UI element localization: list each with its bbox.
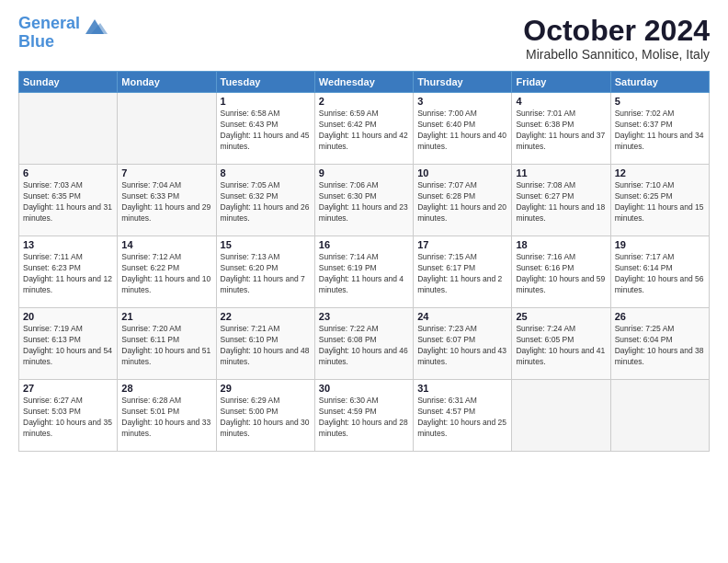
calendar-cell: 18Sunrise: 7:16 AM Sunset: 6:16 PM Dayli… [512, 236, 610, 308]
calendar-week-row: 20Sunrise: 7:19 AM Sunset: 6:13 PM Dayli… [19, 308, 710, 380]
day-number: 31 [417, 383, 507, 394]
day-number: 8 [221, 167, 311, 178]
calendar-cell: 20Sunrise: 7:19 AM Sunset: 6:13 PM Dayli… [19, 308, 118, 380]
day-number: 18 [516, 239, 606, 250]
day-number: 25 [516, 311, 606, 322]
day-number: 13 [23, 239, 113, 250]
calendar-week-row: 13Sunrise: 7:11 AM Sunset: 6:23 PM Dayli… [19, 236, 710, 308]
calendar-body: 1Sunrise: 6:58 AM Sunset: 6:43 PM Daylig… [19, 93, 710, 452]
day-number: 12 [615, 167, 705, 178]
calendar-cell: 3Sunrise: 7:00 AM Sunset: 6:40 PM Daylig… [414, 93, 512, 165]
day-info: Sunrise: 7:15 AM Sunset: 6:17 PM Dayligh… [417, 252, 507, 296]
month-title: October 2024 [523, 15, 710, 47]
calendar-cell: 2Sunrise: 6:59 AM Sunset: 6:42 PM Daylig… [314, 93, 413, 165]
calendar-cell: 31Sunrise: 6:31 AM Sunset: 4:57 PM Dayli… [414, 380, 512, 452]
day-number: 16 [319, 239, 409, 250]
day-info: Sunrise: 6:27 AM Sunset: 5:03 PM Dayligh… [23, 396, 113, 440]
calendar-cell: 19Sunrise: 7:17 AM Sunset: 6:14 PM Dayli… [610, 236, 709, 308]
day-number: 3 [417, 96, 507, 107]
day-number: 22 [221, 311, 311, 322]
calendar-cell: 23Sunrise: 7:22 AM Sunset: 6:08 PM Dayli… [314, 308, 413, 380]
day-number: 7 [121, 167, 211, 178]
calendar-cell [118, 93, 216, 165]
calendar-table: SundayMondayTuesdayWednesdayThursdayFrid… [18, 71, 710, 452]
day-info: Sunrise: 6:30 AM Sunset: 4:59 PM Dayligh… [319, 396, 409, 440]
day-info: Sunrise: 7:24 AM Sunset: 6:05 PM Dayligh… [516, 324, 606, 368]
day-number: 27 [23, 383, 113, 394]
calendar-header-sunday: Sunday [19, 72, 118, 93]
calendar-cell: 12Sunrise: 7:10 AM Sunset: 6:25 PM Dayli… [610, 165, 709, 236]
day-info: Sunrise: 6:58 AM Sunset: 6:43 PM Dayligh… [221, 109, 311, 153]
day-number: 9 [319, 167, 409, 178]
day-info: Sunrise: 7:23 AM Sunset: 6:07 PM Dayligh… [417, 324, 507, 368]
day-number: 17 [417, 239, 507, 250]
day-number: 21 [121, 311, 211, 322]
calendar-cell: 25Sunrise: 7:24 AM Sunset: 6:05 PM Dayli… [512, 308, 610, 380]
day-info: Sunrise: 7:13 AM Sunset: 6:20 PM Dayligh… [221, 252, 311, 296]
day-number: 11 [516, 167, 606, 178]
calendar-week-row: 1Sunrise: 6:58 AM Sunset: 6:43 PM Daylig… [19, 93, 710, 165]
day-info: Sunrise: 7:25 AM Sunset: 6:04 PM Dayligh… [615, 324, 705, 368]
day-info: Sunrise: 7:19 AM Sunset: 6:13 PM Dayligh… [23, 324, 113, 368]
day-number: 6 [23, 167, 113, 178]
day-number: 2 [319, 96, 409, 107]
day-info: Sunrise: 7:03 AM Sunset: 6:35 PM Dayligh… [23, 180, 113, 224]
day-number: 23 [319, 311, 409, 322]
calendar-header-row: SundayMondayTuesdayWednesdayThursdayFrid… [19, 72, 710, 93]
day-info: Sunrise: 6:28 AM Sunset: 5:01 PM Dayligh… [121, 396, 211, 440]
day-info: Sunrise: 7:20 AM Sunset: 6:11 PM Dayligh… [121, 324, 211, 368]
calendar-header-tuesday: Tuesday [216, 72, 314, 93]
day-number: 26 [615, 311, 705, 322]
calendar-header-friday: Friday [512, 72, 610, 93]
day-info: Sunrise: 7:21 AM Sunset: 6:10 PM Dayligh… [221, 324, 311, 368]
title-block: October 2024 Mirabello Sannitico, Molise… [523, 15, 710, 62]
day-info: Sunrise: 7:02 AM Sunset: 6:37 PM Dayligh… [615, 109, 705, 153]
day-info: Sunrise: 7:07 AM Sunset: 6:28 PM Dayligh… [417, 180, 507, 224]
day-info: Sunrise: 7:12 AM Sunset: 6:22 PM Dayligh… [121, 252, 211, 296]
calendar-cell: 17Sunrise: 7:15 AM Sunset: 6:17 PM Dayli… [414, 236, 512, 308]
day-info: Sunrise: 7:16 AM Sunset: 6:16 PM Dayligh… [516, 252, 606, 296]
calendar-cell: 27Sunrise: 6:27 AM Sunset: 5:03 PM Dayli… [19, 380, 118, 452]
day-info: Sunrise: 7:17 AM Sunset: 6:14 PM Dayligh… [615, 252, 705, 296]
day-number: 5 [615, 96, 705, 107]
day-info: Sunrise: 7:00 AM Sunset: 6:40 PM Dayligh… [417, 109, 507, 153]
day-number: 10 [417, 167, 507, 178]
calendar-cell: 22Sunrise: 7:21 AM Sunset: 6:10 PM Dayli… [216, 308, 314, 380]
page-container: GeneralBlue October 2024 Mirabello Sanni… [0, 0, 728, 463]
calendar-cell: 9Sunrise: 7:06 AM Sunset: 6:30 PM Daylig… [314, 165, 413, 236]
calendar-cell: 10Sunrise: 7:07 AM Sunset: 6:28 PM Dayli… [414, 165, 512, 236]
day-info: Sunrise: 7:08 AM Sunset: 6:27 PM Dayligh… [516, 180, 606, 224]
day-number: 28 [121, 383, 211, 394]
day-number: 1 [221, 96, 311, 107]
day-info: Sunrise: 7:11 AM Sunset: 6:23 PM Dayligh… [23, 252, 113, 296]
day-info: Sunrise: 6:29 AM Sunset: 5:00 PM Dayligh… [221, 396, 311, 440]
calendar-cell: 14Sunrise: 7:12 AM Sunset: 6:22 PM Dayli… [118, 236, 216, 308]
day-info: Sunrise: 7:05 AM Sunset: 6:32 PM Dayligh… [221, 180, 311, 224]
day-info: Sunrise: 6:59 AM Sunset: 6:42 PM Dayligh… [319, 109, 409, 153]
calendar-week-row: 6Sunrise: 7:03 AM Sunset: 6:35 PM Daylig… [19, 165, 710, 236]
calendar-cell [610, 380, 709, 452]
day-number: 20 [23, 311, 113, 322]
logo-text: GeneralBlue [18, 15, 80, 52]
location-subtitle: Mirabello Sannitico, Molise, Italy [523, 47, 710, 62]
day-number: 14 [121, 239, 211, 250]
calendar-cell [19, 93, 118, 165]
day-number: 30 [319, 383, 409, 394]
calendar-header-thursday: Thursday [414, 72, 512, 93]
calendar-cell: 13Sunrise: 7:11 AM Sunset: 6:23 PM Dayli… [19, 236, 118, 308]
calendar-header-wednesday: Wednesday [314, 72, 413, 93]
calendar-cell: 28Sunrise: 6:28 AM Sunset: 5:01 PM Dayli… [118, 380, 216, 452]
day-number: 15 [221, 239, 311, 250]
calendar-cell: 5Sunrise: 7:02 AM Sunset: 6:37 PM Daylig… [610, 93, 709, 165]
day-number: 4 [516, 96, 606, 107]
day-info: Sunrise: 6:31 AM Sunset: 4:57 PM Dayligh… [417, 396, 507, 440]
day-info: Sunrise: 7:04 AM Sunset: 6:33 PM Dayligh… [121, 180, 211, 224]
day-info: Sunrise: 7:10 AM Sunset: 6:25 PM Dayligh… [615, 180, 705, 224]
header: GeneralBlue October 2024 Mirabello Sanni… [18, 15, 710, 62]
day-info: Sunrise: 7:06 AM Sunset: 6:30 PM Dayligh… [319, 180, 409, 224]
day-info: Sunrise: 7:14 AM Sunset: 6:19 PM Dayligh… [319, 252, 409, 296]
calendar-cell: 30Sunrise: 6:30 AM Sunset: 4:59 PM Dayli… [314, 380, 413, 452]
calendar-cell: 1Sunrise: 6:58 AM Sunset: 6:43 PM Daylig… [216, 93, 314, 165]
calendar-cell: 26Sunrise: 7:25 AM Sunset: 6:04 PM Dayli… [610, 308, 709, 380]
calendar-cell [512, 380, 610, 452]
